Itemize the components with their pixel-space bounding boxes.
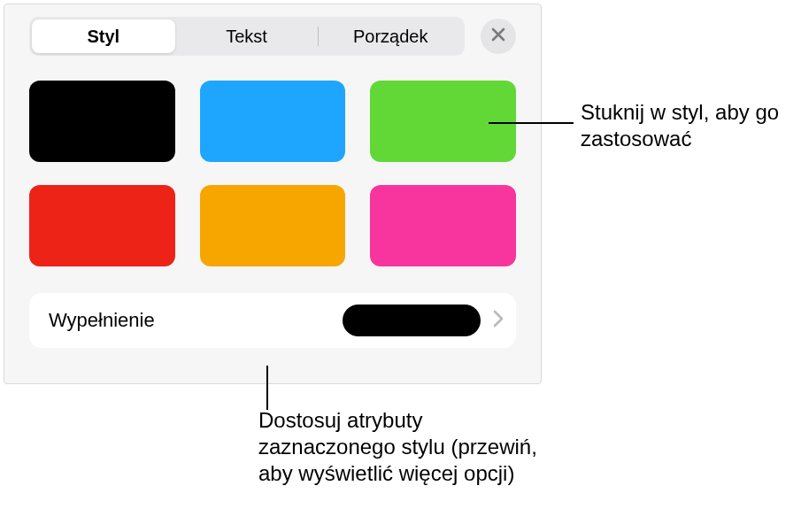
callout-text-swatch: Stuknij w styl, aby go zastosować: [581, 99, 793, 152]
panel-header: Styl Tekst Porządek: [29, 17, 516, 56]
chevron-right-icon: [493, 310, 504, 331]
fill-row[interactable]: Wypełnienie: [29, 293, 516, 348]
swatch-black[interactable]: [29, 81, 175, 162]
callout-text-fill: Dostosuj atrybuty zaznaczonego stylu (pr…: [258, 407, 542, 487]
swatch-pink[interactable]: [370, 185, 516, 266]
segmented-control: Styl Tekst Porządek: [29, 17, 465, 56]
swatch-blue[interactable]: [200, 81, 346, 162]
tab-label: Tekst: [226, 27, 267, 47]
fill-label: Wypełnienie: [49, 309, 343, 332]
close-button[interactable]: [481, 19, 516, 54]
tab-label: Styl: [87, 27, 119, 47]
callout-line-swatch: [489, 122, 574, 124]
swatch-green[interactable]: [370, 81, 516, 162]
close-icon: [491, 27, 505, 45]
tab-label: Porządek: [353, 27, 428, 47]
tab-style[interactable]: Styl: [32, 19, 175, 53]
swatch-orange[interactable]: [200, 185, 346, 266]
style-swatches: [29, 81, 516, 266]
style-panel: Styl Tekst Porządek Wypełnienie: [4, 4, 542, 384]
tab-text[interactable]: Tekst: [175, 19, 319, 53]
fill-color-chip: [343, 305, 481, 336]
tab-arrange[interactable]: Porządek: [319, 19, 462, 53]
callout-line-fill: [266, 366, 268, 410]
swatch-red[interactable]: [29, 185, 175, 266]
